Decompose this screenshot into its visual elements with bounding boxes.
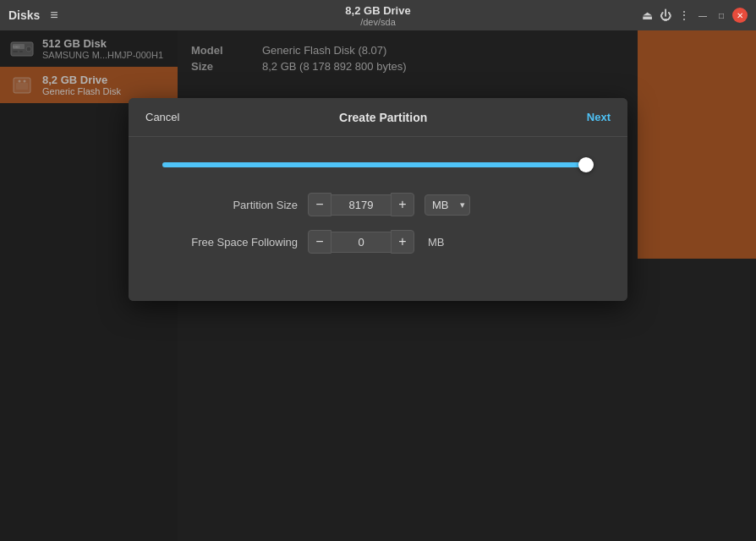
unit-select-wrapper[interactable]: MB GB TB [425, 194, 470, 216]
dialog-body: Partition Size − + MB GB TB Free Space F… [129, 137, 627, 301]
titlebar-left: Disks ≡ [8, 6, 62, 25]
dialog-overlay: Cancel Create Partition Next Partition S… [0, 30, 756, 541]
slider-thumb[interactable] [578, 157, 594, 172]
minimize-button[interactable]: — [695, 8, 710, 23]
free-space-increase[interactable]: + [391, 230, 414, 254]
partition-size-increase[interactable]: + [391, 193, 414, 216]
cancel-button[interactable]: Cancel [129, 98, 196, 137]
device-title: 8,2 GB Drive [345, 4, 410, 17]
partition-size-row: Partition Size − + MB GB TB [162, 193, 594, 216]
dialog-header: Cancel Create Partition Next [129, 98, 627, 137]
next-button[interactable]: Next [570, 98, 627, 137]
titlebar: Disks ≡ 8,2 GB Drive /dev/sda ⏏ ⏻ ⋮ — □ … [0, 0, 756, 30]
partition-size-input[interactable] [331, 194, 391, 216]
size-slider-container [162, 162, 594, 167]
app-title: Disks [8, 8, 40, 22]
slider-fill [162, 162, 581, 167]
power-button[interactable]: ⏻ [658, 8, 673, 23]
create-partition-dialog: Cancel Create Partition Next Partition S… [129, 98, 627, 301]
eject-button[interactable]: ⏏ [639, 8, 655, 23]
maximize-button[interactable]: □ [714, 8, 729, 23]
partition-size-stepper: − + [308, 193, 414, 216]
unit-select[interactable]: MB GB TB [425, 194, 470, 216]
close-button[interactable]: ✕ [732, 8, 748, 23]
dialog-title: Create Partition [339, 111, 427, 124]
partition-size-label: Partition Size [162, 199, 298, 211]
window-controls: ⏏ ⏻ ⋮ — □ ✕ [639, 8, 748, 23]
free-space-decrease[interactable]: − [308, 230, 331, 254]
device-subtitle: /dev/sda [345, 17, 410, 27]
free-space-input[interactable] [331, 232, 391, 253]
free-space-unit: MB [428, 236, 445, 249]
titlebar-center: 8,2 GB Drive /dev/sda [345, 4, 410, 27]
free-space-stepper: − + [308, 230, 414, 254]
free-space-label: Free Space Following [162, 236, 298, 249]
free-space-row: Free Space Following − + MB [162, 230, 594, 254]
more-button[interactable]: ⋮ [677, 8, 692, 23]
size-slider-track[interactable] [162, 162, 594, 167]
menu-button[interactable]: ≡ [47, 6, 61, 25]
partition-size-decrease[interactable]: − [308, 193, 331, 216]
